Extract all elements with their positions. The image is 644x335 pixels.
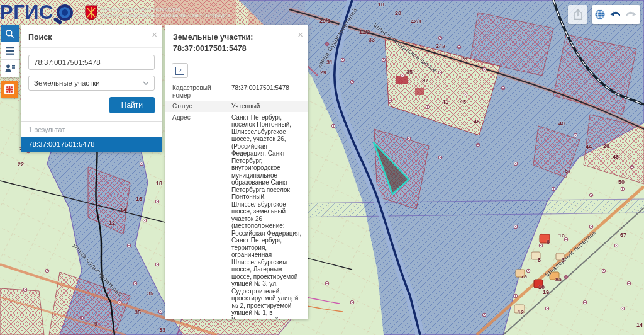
search-panel-title: Поиск — [28, 33, 52, 42]
rgis-logo: РГИС — [0, 1, 53, 24]
rgis-app: Шлиссельбургское шоссеулица Судостроител… — [0, 0, 644, 335]
search-input[interactable] — [28, 55, 155, 70]
forward-arrow-icon — [625, 10, 637, 20]
table-row: АдресСанкт-Петербург, посёлок Понтонный,… — [165, 112, 308, 319]
back-arrow-icon — [609, 10, 621, 20]
identify-tool-button[interactable]: ? — [172, 63, 188, 78]
sidebar-search-button[interactable] — [1, 25, 19, 42]
table-row: Кадастровый номер78:37:0017501:5478 — [165, 82, 308, 101]
overview-globe-button[interactable] — [592, 5, 608, 24]
search-panel-titlebar: Поиск × — [21, 25, 162, 48]
info-panel-toolbar: ? — [165, 59, 308, 82]
forward-button[interactable] — [623, 5, 639, 24]
question-mark-icon: ? — [175, 67, 184, 75]
search-icon — [5, 29, 14, 38]
sidebar-layers-menu-button[interactable] — [1, 42, 19, 60]
org-line-1: Правительство Санкт-Петербурга — [101, 6, 230, 13]
parcel-info-panel: Земельные участки: 78:37:0017501:5478 × … — [165, 25, 308, 319]
find-button[interactable]: Найти — [109, 97, 155, 113]
sidebar-legend-button[interactable] — [1, 81, 18, 98]
attribute-table: Кадастровый номер78:37:0017501:5478 Стат… — [165, 82, 308, 319]
export-icon — [573, 9, 583, 20]
globe-icon — [594, 9, 606, 20]
search-form: Земельные участки Найти — [21, 48, 162, 113]
result-item-selected[interactable]: 78:37:0017501:5478 — [21, 137, 162, 152]
category-select[interactable]: Земельные участки — [28, 76, 155, 91]
app-header: РГИС Правительство Санкт-Петербурга Коми… — [0, 1, 230, 28]
close-icon[interactable]: × — [297, 30, 303, 39]
export-button[interactable] — [568, 5, 587, 24]
close-icon[interactable]: × — [152, 30, 157, 39]
search-panel: Поиск × Земельные участки Найти 1 резуль… — [21, 25, 162, 152]
back-button[interactable] — [608, 5, 623, 24]
category-select-value: Земельные участки — [34, 79, 100, 87]
map-nav-toolbar — [592, 5, 640, 24]
legend-emblem-icon — [4, 84, 14, 94]
sidebar-user-button[interactable] — [1, 60, 19, 77]
menu-icon — [6, 47, 14, 55]
chevron-down-icon — [143, 81, 149, 85]
table-row: СтатусУчтенный — [165, 101, 308, 112]
magnifier-logo-icon — [51, 3, 76, 28]
sidebar — [1, 25, 19, 98]
results-count: 1 результат — [21, 121, 162, 137]
info-panel-titlebar: Земельные участки: 78:37:0017501:5478 × — [165, 25, 308, 59]
org-title: Правительство Санкт-Петербурга Комитет и… — [101, 6, 230, 19]
spb-coat-of-arms-icon — [85, 5, 97, 20]
user-list-icon — [5, 64, 15, 72]
info-panel-title: Земельные участки: 78:37:0017501:5478 — [173, 33, 253, 53]
org-line-2: Комитет имущественных отношений Санкт-Пе… — [101, 13, 230, 19]
